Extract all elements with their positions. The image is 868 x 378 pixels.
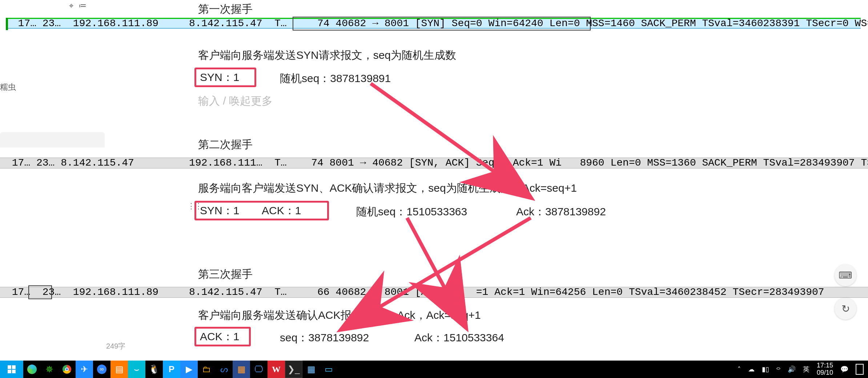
- sidebar-tab[interactable]: [0, 132, 105, 148]
- handshake3-desc: 客户端向服务端发送确认ACK报文，seq=Ack，Ack=seq+1: [198, 308, 481, 323]
- handshake1-seq: 随机seq：3878139891: [280, 71, 391, 86]
- tray-battery-icon[interactable]: ▮▯: [762, 365, 769, 373]
- tray-cloud-icon[interactable]: ☁: [748, 365, 755, 373]
- capture-row-3[interactable]: 17… 23… 192.168.111.89 8.142.115.47 T… 6…: [0, 287, 868, 298]
- handshake1-title: 第一次握手: [198, 2, 253, 17]
- taskbar-dingtalk[interactable]: ✈: [76, 361, 93, 378]
- editor-tool-icons: ⌖ ≔: [69, 1, 87, 11]
- taskbar-baidu[interactable]: ∞: [93, 361, 110, 378]
- handshake3-ack-box: ACK：1: [194, 327, 251, 346]
- chrome-icon: [63, 365, 71, 374]
- taskbar-wps[interactable]: W: [268, 361, 285, 378]
- capture-row-1[interactable]: 17… 23… 192.168.111.89 8.142.115.47 T… 7…: [6, 18, 861, 29]
- taskbar-chrome[interactable]: [58, 361, 76, 378]
- system-tray: ˄ ☁ ▮▯ ⌔ 🔊 英 17:15 09/10 💬: [738, 362, 868, 377]
- terminal-icon: ❯_: [288, 364, 300, 374]
- handshake1-syn-box: SYN：1: [194, 68, 256, 87]
- capture-row-3-text: 17… 23… 192.168.111.89 8.142.115.47 T… 6…: [6, 287, 824, 298]
- taskbar-blue[interactable]: ▶: [180, 361, 198, 378]
- tray-notifications-icon[interactable]: 💬: [840, 365, 848, 373]
- taskbar-vm[interactable]: ▦: [233, 361, 250, 378]
- history-button[interactable]: ↻: [835, 298, 856, 320]
- taskbar-qq[interactable]: 🐧: [145, 361, 163, 378]
- handshake2-ack: Ack：3878139892: [516, 204, 606, 219]
- shark-icon: ᔕ: [220, 364, 228, 374]
- taskbar: ✵ ✈ ∞ ▤ ⌣ 🐧 P ▶ 🗀 ᔕ ▦ 🖵 W ❯_ ▦ ▭ ˄ ☁ ▮▯ …: [0, 361, 868, 378]
- folder-icon: 🗀: [202, 364, 211, 374]
- word-count: 249字: [106, 341, 125, 351]
- taskbar-terminal[interactable]: ❯_: [285, 361, 302, 378]
- svg-line-1: [407, 218, 462, 320]
- taskbar-music[interactable]: ⌣: [128, 361, 145, 378]
- taskbar-folder[interactable]: 🗀: [198, 361, 215, 378]
- keyboard-icon: ⌨: [839, 270, 852, 281]
- p-icon: P: [169, 364, 174, 374]
- list-icon[interactable]: ≔: [79, 1, 87, 11]
- dingtalk-icon: ✈: [81, 364, 88, 374]
- play-icon: ▶: [186, 364, 192, 374]
- capture-row-2-text: 17… 23… 8.142.115.47 192.168.111… T… 74 …: [6, 158, 868, 168]
- wechat-icon: ✵: [45, 364, 53, 375]
- svg-line-0: [371, 84, 523, 192]
- wps-icon: W: [272, 365, 281, 374]
- history-icon: ↻: [841, 303, 850, 315]
- handshake2-desc: 服务端向客户端发送SYN、ACK确认请求报文，seq为随机生成数，Ack=seq…: [198, 181, 577, 196]
- qq-icon: 🐧: [149, 364, 160, 374]
- sidebar-label: 糯虫: [0, 82, 16, 93]
- taskbar-wireshark[interactable]: ᔕ: [215, 361, 233, 378]
- taskbar-edge[interactable]: [23, 361, 41, 378]
- handshake1-desc: 客户端向服务端发送SYN请求报文，seq为随机生成数: [198, 48, 456, 63]
- tray-show-desktop[interactable]: [856, 364, 864, 375]
- capture-row-1-text: 17… 23… 192.168.111.89 8.142.115.47 T… 7…: [6, 18, 868, 29]
- tray-chevron-icon[interactable]: ˄: [738, 365, 741, 373]
- calc-icon: ▦: [307, 364, 316, 374]
- taskbar-doc[interactable]: ▤: [110, 361, 128, 378]
- monitor-icon: 🖵: [254, 364, 263, 374]
- music-icon: ⌣: [134, 364, 140, 374]
- handshake3-title: 第三次握手: [198, 267, 253, 282]
- vm-icon: ▦: [237, 364, 246, 374]
- baidu-icon: ∞: [97, 365, 107, 374]
- windows-icon: [8, 365, 16, 373]
- tray-ime-icon[interactable]: 英: [803, 365, 809, 374]
- edge-icon: [27, 365, 37, 374]
- taskbar-pause[interactable]: P: [163, 361, 180, 378]
- taskbar-monitor[interactable]: 🖵: [250, 361, 268, 378]
- desk-icon: ▭: [325, 364, 333, 374]
- handshake2-title: 第二次握手: [198, 137, 253, 152]
- target-icon[interactable]: ⌖: [69, 1, 73, 11]
- start-button[interactable]: [0, 361, 23, 378]
- taskbar-apps: ✵ ✈ ∞ ▤ ⌣ 🐧 P ▶ 🗀 ᔕ ▦ 🖵 W ❯_ ▦ ▭: [23, 361, 337, 378]
- editor-placeholder[interactable]: 输入 / 唤起更多: [198, 94, 273, 109]
- taskbar-desk[interactable]: ▭: [320, 361, 337, 378]
- handshake3-seq: seq：3878139892: [280, 330, 369, 345]
- taskbar-wechat[interactable]: ✵: [41, 361, 58, 378]
- handshake2-seq: 随机seq：1510533363: [356, 204, 467, 219]
- tray-wifi-icon[interactable]: ⌔: [776, 366, 780, 373]
- handshake3-ack: Ack：1510533364: [414, 330, 504, 345]
- capture-row-2[interactable]: 17… 23… 8.142.115.47 192.168.111… T… 74 …: [0, 158, 868, 168]
- tray-volume-icon[interactable]: 🔊: [788, 365, 796, 373]
- keyboard-button[interactable]: ⌨: [835, 264, 856, 286]
- tray-clock[interactable]: 17:15 09/10: [817, 362, 833, 377]
- taskbar-calc[interactable]: ▦: [302, 361, 320, 378]
- doc-icon: ▤: [115, 364, 124, 374]
- handshake2-flag-box: SYN：1 ACK：1: [194, 201, 329, 220]
